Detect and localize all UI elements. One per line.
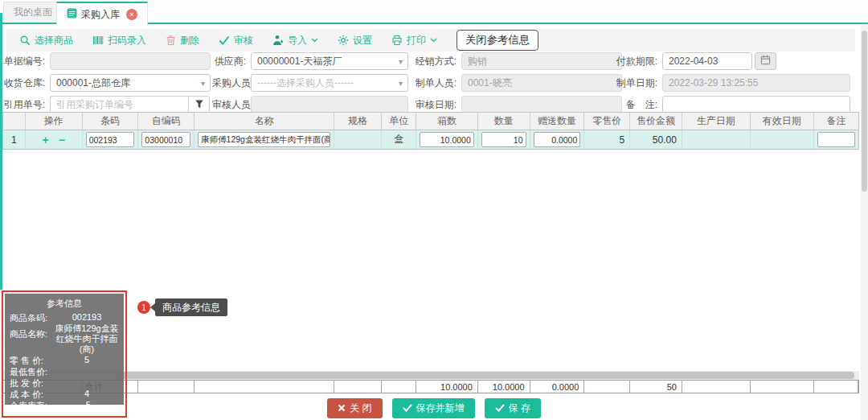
ref-no-input[interactable]: 引用采购订单编号 <box>50 96 188 113</box>
warehouse-select[interactable]: 000001-总部仓库▾ <box>50 74 211 92</box>
doc-no-input <box>50 52 211 70</box>
document-icon <box>67 8 77 21</box>
remark-label: 备 注: <box>616 98 662 112</box>
toolbar: 选择商品 扫码录入 删除 审核 导入 设置 打印 关闭参考信息 <box>6 29 855 51</box>
ref-row-stock: 仓库库存:-5 <box>6 400 122 411</box>
ref-no-label: 引用单号: <box>3 98 50 112</box>
scrollbar-thumb[interactable] <box>862 31 867 191</box>
col-prod-date: 生产日期 <box>682 113 751 130</box>
print-button[interactable]: 打印 <box>391 34 437 47</box>
caret-down-icon: ▾ <box>399 57 403 66</box>
close-tab-icon[interactable]: × <box>126 9 137 20</box>
button-label: 导入 <box>288 34 307 47</box>
supplier-value: 00000001-天福茶厂 <box>257 55 342 68</box>
filter-button[interactable] <box>188 96 210 113</box>
gift-qty-input[interactable]: 0.0000 <box>534 132 581 147</box>
totals-row: 合计 10.0000 10.0000 0.0000 50 <box>2 380 859 393</box>
tab-label: 采购入库 <box>81 8 120 22</box>
caret-down-icon: ▾ <box>399 79 403 88</box>
boxes-input[interactable]: 10.0000 <box>420 132 474 147</box>
remark-field-group: 备 注: <box>616 96 850 113</box>
payment-due-input[interactable]: 2022-04-03 <box>662 52 752 70</box>
audit-date-input <box>461 96 622 113</box>
import-user-icon <box>272 35 284 46</box>
supplier-field-group: 供应商: 00000001-天福茶厂▾ <box>212 52 408 70</box>
reference-info-panel: 参考信息 商品条码:002193 商品名称:康师傅129g盒装红烧牛肉干拌面(商… <box>5 294 124 405</box>
doc-no-field-group: 单据编号: <box>3 52 211 70</box>
doc-no-label: 单据编号: <box>3 55 50 68</box>
button-label: 扫码录入 <box>108 34 146 47</box>
maker-field-group: 制单人员: 0001-晓亮 <box>415 74 622 92</box>
horizontal-scrollbar[interactable] <box>2 371 859 380</box>
sales-mode-input: 购销 <box>461 52 622 70</box>
save-button[interactable]: 保 存 <box>485 398 541 418</box>
tab-my-desktop[interactable]: 我的桌面 <box>3 2 63 23</box>
scan-entry-button[interactable]: 扫码录入 <box>92 34 146 47</box>
close-icon <box>338 403 346 414</box>
barcode-input[interactable]: 002193 <box>86 132 135 147</box>
button-label: 保存并新增 <box>416 401 465 415</box>
button-label: 审核 <box>234 34 253 47</box>
scrollbar-thumb[interactable] <box>121 372 854 379</box>
ref-row-cost: 成 本 价:4 <box>6 389 122 400</box>
ref-no-placeholder: 引用采购订单编号 <box>56 98 133 112</box>
warehouse-value: 000001-总部仓库 <box>56 76 130 90</box>
check-icon <box>495 403 505 414</box>
select-product-button[interactable]: 选择商品 <box>19 34 73 47</box>
warehouse-field-group: 收货仓库: 000001-总部仓库▾ <box>3 74 211 92</box>
payment-due-field-group: 付款期限: 2022-04-03 <box>616 52 776 70</box>
ref-row-name: 商品名称:康师傅129g盒装红烧牛肉干拌面(商) <box>6 323 122 355</box>
close-reference-info-button[interactable]: 关闭参考信息 <box>457 30 538 51</box>
save-and-new-button[interactable]: 保存并新增 <box>392 398 475 418</box>
supplier-select[interactable]: 00000001-天福茶厂▾ <box>251 52 408 70</box>
import-button[interactable]: 导入 <box>272 34 318 47</box>
audit-date-field-group: 审核日期: <box>415 96 622 113</box>
warehouse-label: 收货仓库: <box>3 76 50 90</box>
ref-no-field-group: 引用单号: 引用采购订单编号 <box>3 96 210 113</box>
qty-input[interactable]: 10 <box>481 132 526 147</box>
remove-row-button[interactable]: − <box>54 134 70 146</box>
col-barcode: 条码 <box>83 113 139 130</box>
col-unit: 单位 <box>382 113 416 130</box>
col-gift-qty: 赠送数量 <box>530 113 585 130</box>
printer-icon <box>391 35 403 46</box>
delete-button[interactable]: 删除 <box>166 34 199 47</box>
calendar-button[interactable] <box>755 52 776 70</box>
calendar-icon <box>760 55 771 68</box>
buyer-value: ------选择采购人员------ <box>257 76 354 90</box>
make-date-input: 2022-03-29 13:25:55 <box>662 74 850 92</box>
table-header: 操作 条码 自编码 名称 规格 单位 箱数 数量 赠送数量 零售价 售价金额 生… <box>2 112 859 130</box>
button-label: 设置 <box>353 34 372 47</box>
row-operations: + − <box>26 130 83 149</box>
col-code: 自编码 <box>138 113 194 130</box>
annotation-tooltip: 商品参考信息 <box>155 299 227 316</box>
total-gift-qty: 0.0000 <box>530 381 585 393</box>
remark-input[interactable] <box>662 96 850 113</box>
total-amount: 50 <box>630 381 682 393</box>
caret-down-icon: ▾ <box>201 79 205 88</box>
settings-button[interactable]: 设置 <box>338 34 372 47</box>
ref-row-min-price: 最低售价: <box>6 366 122 377</box>
check-icon <box>403 403 412 414</box>
col-boxes: 箱数 <box>416 113 478 130</box>
row-remark-input[interactable] <box>817 132 855 147</box>
buyer-field-group: 采购人员: ------选择采购人员------▾ <box>212 74 408 92</box>
auditor-field-group: 审核人员: <box>212 96 408 113</box>
button-label: 选择商品 <box>35 34 73 47</box>
code-input[interactable]: 03000010 <box>141 132 190 147</box>
buyer-select[interactable]: ------选择采购人员------▾ <box>251 74 408 92</box>
chevron-down-icon <box>430 38 437 43</box>
close-button[interactable]: 关 闭 <box>327 398 382 418</box>
vertical-scrollbar[interactable] <box>861 24 868 420</box>
maker-label: 制单人员: <box>415 76 461 90</box>
tab-purchase-inbound[interactable]: 采购入库 × <box>56 2 148 26</box>
audit-button[interactable]: 审核 <box>219 34 253 47</box>
name-input[interactable]: 康师傅129g盒装红烧牛肉干拌面(商) <box>198 132 330 147</box>
spec-cell <box>334 130 382 149</box>
sales-mode-field-group: 经销方式: 购销 <box>415 52 622 70</box>
table-row: 1 + − 002193 03000010 康师傅129g盒装红烧牛肉干拌面(商… <box>2 130 859 150</box>
search-icon <box>19 35 31 46</box>
purchase-inbound-page: 我的桌面 采购入库 × 选择商品 扫码录入 删除 审核 导入 <box>0 0 868 420</box>
left-scroll-strip <box>0 13 2 290</box>
add-row-button[interactable]: + <box>38 134 54 146</box>
